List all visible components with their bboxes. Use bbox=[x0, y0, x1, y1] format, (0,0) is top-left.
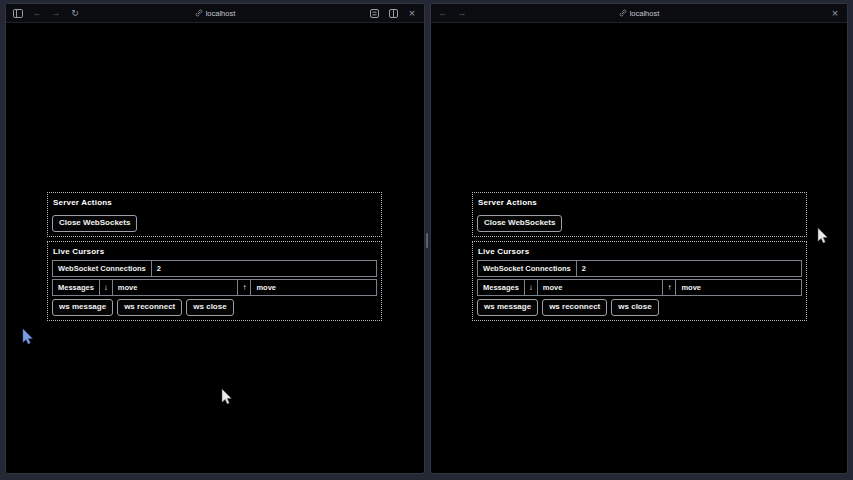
titlebar-left-controls: ← → ↻ bbox=[13, 8, 80, 18]
messages-label: Messages bbox=[53, 280, 100, 296]
server-actions-section: Server Actions Close WebSockets bbox=[472, 192, 807, 237]
titlebar-left-controls: ← → bbox=[438, 8, 467, 18]
connections-value: 2 bbox=[152, 261, 376, 276]
close-websockets-button[interactable]: Close WebSockets bbox=[52, 215, 137, 232]
ws-message-button[interactable]: ws message bbox=[477, 299, 538, 316]
outbound-event-value: move bbox=[676, 280, 801, 296]
desktop: ← → ↻ localhost × Se bbox=[0, 0, 853, 480]
url-text: localhost bbox=[206, 9, 236, 18]
close-window-icon[interactable]: × bbox=[407, 8, 417, 18]
split-view-icon[interactable] bbox=[388, 8, 398, 18]
back-icon[interactable]: ← bbox=[438, 8, 448, 18]
server-actions-title: Server Actions bbox=[478, 198, 802, 207]
page-menu-icon[interactable] bbox=[369, 8, 379, 18]
connections-label: WebSocket Connections bbox=[478, 261, 577, 276]
messages-label: Messages bbox=[478, 280, 525, 296]
link-icon bbox=[195, 9, 203, 17]
forward-icon[interactable]: → bbox=[457, 8, 467, 18]
titlebar-right-controls: × bbox=[830, 8, 840, 18]
titlebar-left: ← → ↻ localhost × bbox=[6, 4, 424, 23]
url-text: localhost bbox=[630, 9, 660, 18]
connections-value: 2 bbox=[577, 261, 801, 276]
ws-message-button[interactable]: ws message bbox=[52, 299, 113, 316]
inbound-arrow-icon: ↓ bbox=[525, 280, 538, 296]
connections-label: WebSocket Connections bbox=[53, 261, 152, 276]
close-window-icon[interactable]: × bbox=[830, 8, 840, 18]
messages-row: Messages ↓ move ↑ move bbox=[477, 279, 802, 297]
browser-window-left: ← → ↻ localhost × Se bbox=[5, 3, 425, 474]
connections-row: WebSocket Connections 2 bbox=[477, 260, 802, 277]
ws-close-button[interactable]: ws close bbox=[186, 299, 233, 316]
inbound-event-value: move bbox=[538, 280, 664, 296]
sidebar-toggle-icon[interactable] bbox=[13, 8, 23, 18]
browser-window-right: ← → localhost × Server Actions Close Web… bbox=[430, 3, 848, 474]
forward-icon[interactable]: → bbox=[51, 8, 61, 18]
inbound-event-value: move bbox=[113, 280, 239, 296]
messages-row: Messages ↓ move ↑ move bbox=[52, 279, 377, 297]
page-content-left: Server Actions Close WebSockets Live Cur… bbox=[47, 192, 382, 321]
ws-close-button[interactable]: ws close bbox=[611, 299, 658, 316]
live-cursors-title: Live Cursors bbox=[53, 247, 377, 256]
back-icon[interactable]: ← bbox=[32, 8, 42, 18]
outbound-arrow-icon: ↑ bbox=[238, 280, 251, 296]
titlebar-right-controls: × bbox=[369, 8, 417, 18]
live-cursors-section: Live Cursors WebSocket Connections 2 Mes… bbox=[472, 241, 807, 321]
address-display[interactable]: localhost bbox=[431, 4, 847, 22]
reload-icon[interactable]: ↻ bbox=[70, 8, 80, 18]
ws-reconnect-button[interactable]: ws reconnect bbox=[542, 299, 607, 316]
server-actions-title: Server Actions bbox=[53, 198, 377, 207]
connections-row: WebSocket Connections 2 bbox=[52, 260, 377, 277]
window-resize-handle[interactable] bbox=[426, 233, 428, 248]
link-icon bbox=[619, 9, 627, 17]
outbound-event-value: move bbox=[251, 280, 376, 296]
live-cursors-section: Live Cursors WebSocket Connections 2 Mes… bbox=[47, 241, 382, 321]
outbound-arrow-icon: ↑ bbox=[663, 280, 676, 296]
inbound-arrow-icon: ↓ bbox=[100, 280, 113, 296]
ws-buttons-row: ws message ws reconnect ws close bbox=[52, 299, 377, 316]
ws-buttons-row: ws message ws reconnect ws close bbox=[477, 299, 802, 316]
page-content-right: Server Actions Close WebSockets Live Cur… bbox=[472, 192, 807, 321]
ws-reconnect-button[interactable]: ws reconnect bbox=[117, 299, 182, 316]
live-cursors-title: Live Cursors bbox=[478, 247, 802, 256]
titlebar-right: ← → localhost × bbox=[431, 4, 847, 23]
server-actions-section: Server Actions Close WebSockets bbox=[47, 192, 382, 237]
close-websockets-button[interactable]: Close WebSockets bbox=[477, 215, 562, 232]
